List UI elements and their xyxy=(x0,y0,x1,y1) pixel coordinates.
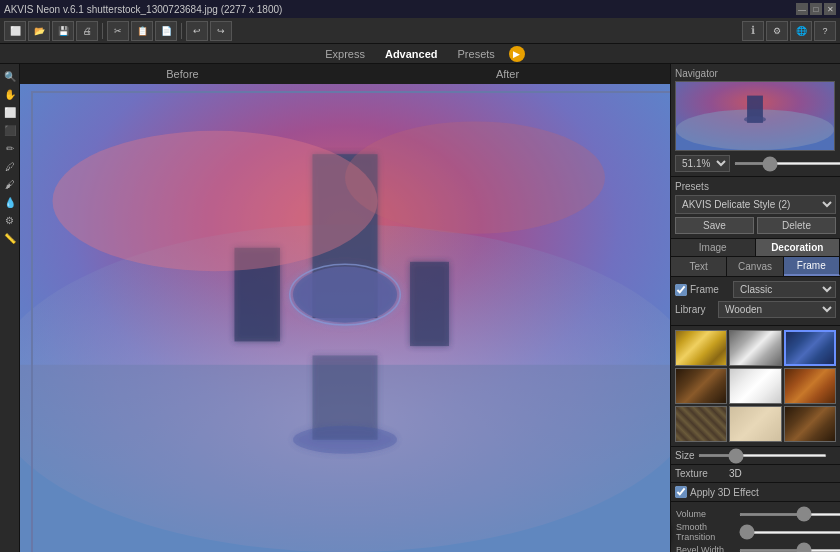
settings-button[interactable]: ⚙ xyxy=(766,21,788,41)
frame-thumb-4[interactable] xyxy=(675,368,727,404)
frame-checkbox[interactable] xyxy=(675,284,687,296)
cut-button[interactable]: ✂ xyxy=(107,21,129,41)
maximize-button[interactable]: □ xyxy=(810,3,822,15)
main-layout: 🔍 ✋ ⬜ ⬛ ✏ 🖊 🖌 💧 ⚙ 📏 Before After xyxy=(0,64,840,552)
texture-row: Texture 3D xyxy=(671,465,840,483)
frame-grid xyxy=(671,326,840,447)
frame-thumb-7[interactable] xyxy=(675,406,727,442)
smooth-slider[interactable] xyxy=(739,531,840,534)
tool-crop[interactable]: ⬜ xyxy=(2,104,18,120)
sphere-container: + Volume 50 Smooth Transition 0 Bevel Wi… xyxy=(671,505,840,552)
frame-thumb-5[interactable] xyxy=(729,368,781,404)
tab-frame[interactable]: Frame xyxy=(784,257,840,276)
main-tabs: Image Decoration xyxy=(671,239,840,257)
preset-save-button[interactable]: Save xyxy=(675,217,754,234)
tab-text[interactable]: Text xyxy=(671,257,727,276)
apply3d-row: Apply 3D Effect xyxy=(671,483,840,502)
tab-canvas[interactable]: Canvas xyxy=(727,257,783,276)
right-panel: Navigator xyxy=(670,64,840,552)
navigator-section: Navigator xyxy=(671,64,840,177)
tool-hand[interactable]: ✋ xyxy=(2,86,18,102)
run-button[interactable]: ▶ xyxy=(509,46,525,62)
apply3d-checkbox[interactable] xyxy=(675,486,687,498)
redo-button[interactable]: ↪ xyxy=(210,21,232,41)
frame-style-select[interactable]: Classic xyxy=(733,281,836,298)
close-button[interactable]: ✕ xyxy=(824,3,836,15)
frame-thumb-3[interactable] xyxy=(784,330,836,366)
svg-rect-9 xyxy=(410,262,449,346)
svg-point-14 xyxy=(53,131,378,271)
svg-point-20 xyxy=(744,116,766,123)
presets-section: Presets AKVIS Delicate Style (2)AKVIS De… xyxy=(671,177,840,239)
about-button[interactable]: ? xyxy=(814,21,836,41)
minimize-button[interactable]: — xyxy=(796,3,808,15)
volume-label: Volume xyxy=(676,509,736,519)
tab-advanced[interactable]: Advanced xyxy=(375,46,448,62)
preset-select[interactable]: AKVIS Delicate Style (2)AKVIS Delicate S… xyxy=(675,195,836,214)
app-title: AKVIS Neon v.6.1 shutterstock_1300723684… xyxy=(4,4,282,15)
tool-paint[interactable]: 🖌 xyxy=(2,176,18,192)
frame-thumb-2[interactable] xyxy=(729,330,781,366)
apply3d-label: Apply 3D Effect xyxy=(690,487,759,498)
zoom-row: 10%25%51.1%75%100%150%200% xyxy=(675,155,836,172)
svg-point-13 xyxy=(293,426,397,454)
library-select[interactable]: Wooden xyxy=(718,301,836,318)
size-row: Size 27 xyxy=(671,447,840,465)
zoom-slider[interactable] xyxy=(734,162,840,165)
frame-thumb-6[interactable] xyxy=(784,368,836,404)
frame-section: Frame Classic Library Wooden xyxy=(671,277,840,326)
svg-point-15 xyxy=(345,121,605,233)
frame-thumb-9[interactable] xyxy=(784,406,836,442)
frame-thumb-1[interactable] xyxy=(675,330,727,366)
bevel-row: Bevel Width 50 xyxy=(676,545,840,552)
tool-pen[interactable]: 🖊 xyxy=(2,158,18,174)
size-slider[interactable] xyxy=(698,454,827,457)
tool-eyedrop[interactable]: 💧 xyxy=(2,194,18,210)
size-value: 27 xyxy=(831,450,840,461)
before-after-labels: Before After xyxy=(20,64,670,84)
open-button[interactable]: 📂 xyxy=(28,21,50,41)
tools-panel: 🔍 ✋ ⬜ ⬛ ✏ 🖊 🖌 💧 ⚙ 📏 xyxy=(0,64,20,552)
tab-image[interactable]: Image xyxy=(671,239,756,256)
tab-decoration[interactable]: Decoration xyxy=(756,239,841,256)
paste-button[interactable]: 📄 xyxy=(155,21,177,41)
texture-label: Texture xyxy=(675,468,725,479)
toolbar: ⬜ 📂 💾 🖨 ✂ 📋 📄 ↩ ↪ ℹ ⚙ 🌐 ? xyxy=(0,18,840,44)
new-button[interactable]: ⬜ xyxy=(4,21,26,41)
navigator-thumb[interactable] xyxy=(675,81,835,151)
undo-button[interactable]: ↩ xyxy=(186,21,208,41)
volume-slider[interactable] xyxy=(739,513,840,516)
tool-measure[interactable]: 📏 xyxy=(2,230,18,246)
canvas-svg xyxy=(20,84,670,552)
tab-express[interactable]: Express xyxy=(315,46,375,62)
size-label: Size xyxy=(675,450,694,461)
bevel-slider[interactable] xyxy=(739,549,840,552)
frame-thumb-8[interactable] xyxy=(729,406,781,442)
presets-label: Presets xyxy=(675,181,836,192)
library-label: Library xyxy=(675,304,715,315)
save-button[interactable]: 💾 xyxy=(52,21,74,41)
zoom-select[interactable]: 10%25%51.1%75%100%150%200% xyxy=(675,155,730,172)
sub-tabs: Text Canvas Frame xyxy=(671,257,840,277)
tool-zoom[interactable]: 🔍 xyxy=(2,68,18,84)
sep1 xyxy=(102,23,103,39)
canvas-content[interactable] xyxy=(20,84,670,552)
after-label: After xyxy=(345,68,670,80)
tool-settings[interactable]: ⚙ xyxy=(2,212,18,228)
frame-row: Frame Classic xyxy=(675,281,836,298)
preset-buttons: Save Delete xyxy=(675,217,836,234)
canvas-area: Before After xyxy=(20,64,670,552)
help-button[interactable]: ℹ xyxy=(742,21,764,41)
volume-row: Volume 50 xyxy=(676,509,840,519)
print-button[interactable]: 🖨 xyxy=(76,21,98,41)
sphere-controls: Volume 50 Smooth Transition 0 Bevel Widt… xyxy=(676,509,840,552)
tool-select[interactable]: ⬛ xyxy=(2,122,18,138)
tool-brush[interactable]: ✏ xyxy=(2,140,18,156)
tab-presets[interactable]: Presets xyxy=(448,46,505,62)
preset-delete-button[interactable]: Delete xyxy=(757,217,836,234)
copy-button[interactable]: 📋 xyxy=(131,21,153,41)
library-row: Library Wooden xyxy=(675,301,836,318)
share-button[interactable]: 🌐 xyxy=(790,21,812,41)
before-label: Before xyxy=(20,68,345,80)
smooth-row: Smooth Transition 0 xyxy=(676,522,840,542)
